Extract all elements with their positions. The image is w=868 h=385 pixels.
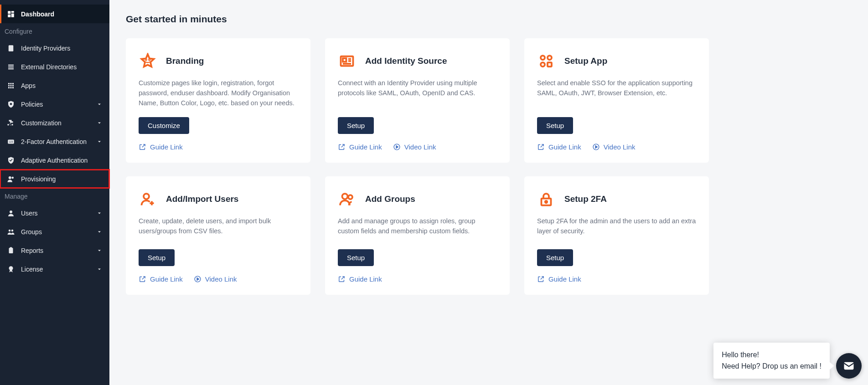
- sidebar-item-identity-providers[interactable]: Identity Providers: [0, 39, 109, 57]
- setup-button[interactable]: Setup: [537, 249, 573, 266]
- dashboard-icon: [6, 10, 16, 19]
- sidebar-item-groups[interactable]: Groups: [0, 222, 109, 241]
- users-icon: [338, 190, 356, 208]
- setup-button[interactable]: Setup: [537, 117, 573, 134]
- sidebar-label: Users: [21, 210, 38, 217]
- star-icon: [139, 52, 157, 70]
- gear-shield-icon: [6, 100, 16, 109]
- clipboard-icon: [6, 246, 16, 255]
- user-icon: [6, 209, 16, 218]
- external-link-icon: [139, 143, 146, 151]
- svg-point-46: [342, 194, 348, 199]
- svg-rect-9: [8, 83, 10, 84]
- sidebar-label: Dashboard: [21, 10, 54, 18]
- svg-point-18: [10, 103, 12, 105]
- svg-rect-11: [12, 83, 14, 84]
- chevron-down-icon: [97, 247, 103, 254]
- card-desc: Connect with an Identity Provider using …: [338, 78, 497, 98]
- sidebar-item-policies[interactable]: Policies: [0, 95, 109, 113]
- sidebar-item-external-directories[interactable]: External Directories: [0, 57, 109, 76]
- sidebar-item-reports[interactable]: Reports: [0, 241, 109, 260]
- svg-point-21: [9, 176, 11, 179]
- external-link-icon: [338, 275, 346, 283]
- sidebar-label: Customization: [21, 119, 62, 127]
- external-link-icon: [537, 275, 545, 283]
- svg-rect-12: [8, 85, 10, 86]
- guide-link[interactable]: Guide Link: [139, 275, 183, 283]
- apps-icon: [537, 52, 555, 70]
- card-branding: Branding Customize pages like login, reg…: [126, 38, 310, 163]
- video-link[interactable]: Video Link: [592, 143, 636, 151]
- card-desc: Setup 2FA for the admin and the users to…: [537, 216, 696, 236]
- sidebar-label: Groups: [21, 228, 42, 236]
- sidebar-label: License: [21, 266, 43, 273]
- sidebar-item-users[interactable]: Users: [0, 204, 109, 222]
- sidebar-section-configure: Configure: [0, 23, 109, 39]
- chat-line2: Need Help? Drop us an email !: [722, 360, 822, 372]
- grid-icon: [6, 81, 16, 90]
- chat-line1: Hello there!: [722, 349, 822, 361]
- video-link[interactable]: Video Link: [194, 275, 237, 283]
- video-link[interactable]: Video Link: [393, 143, 436, 151]
- customize-button[interactable]: Customize: [139, 117, 189, 134]
- page-title: Get started in minutes: [126, 14, 852, 25]
- sidebar-item-customization[interactable]: Customization: [0, 113, 109, 132]
- card-setup-2fa: Setup 2FA Setup 2FA for the admin and th…: [524, 176, 709, 295]
- svg-point-49: [545, 201, 548, 203]
- sidebar-label: Adaptive Authentication: [21, 157, 88, 164]
- sidebar-item-dashboard[interactable]: Dashboard: [0, 5, 109, 23]
- sidebar-item-adaptive-auth[interactable]: Adaptive Authentication: [0, 151, 109, 169]
- user-plus-icon: [139, 190, 157, 208]
- card-identity-source: Add Identity Source Connect with an Iden…: [325, 38, 510, 163]
- sidebar-item-provisioning[interactable]: Provisioning: [0, 169, 109, 188]
- svg-point-47: [348, 195, 352, 199]
- guide-link[interactable]: Guide Link: [338, 143, 382, 151]
- chevron-down-icon: [97, 266, 103, 272]
- svg-rect-1: [11, 11, 14, 13]
- sidebar: Dashboard Configure Identity Providers E…: [0, 0, 109, 385]
- svg-text:123: 123: [9, 140, 13, 143]
- card-desc: Create, update, delete users, and import…: [139, 216, 298, 236]
- card-title: Add/Import Users: [166, 194, 238, 204]
- sidebar-label: Apps: [21, 82, 36, 89]
- svg-point-24: [9, 229, 11, 231]
- card-title: Branding: [166, 56, 204, 66]
- guide-link[interactable]: Guide Link: [537, 143, 581, 151]
- setup-button[interactable]: Setup: [139, 249, 175, 266]
- card-title: Add Groups: [365, 194, 415, 204]
- sidebar-item-apps[interactable]: Apps: [0, 76, 109, 95]
- svg-rect-3: [8, 14, 10, 17]
- guide-link[interactable]: Guide Link: [338, 275, 382, 283]
- svg-point-30: [149, 59, 150, 60]
- sidebar-section-manage: Manage: [0, 188, 109, 204]
- svg-rect-7: [8, 66, 14, 67]
- guide-link[interactable]: Guide Link: [139, 143, 183, 151]
- card-title: Add Identity Source: [365, 56, 447, 66]
- puzzle-icon: [6, 118, 16, 128]
- chevron-down-icon: [97, 229, 103, 235]
- play-circle-icon: [592, 143, 600, 151]
- sidebar-item-license[interactable]: License: [0, 260, 109, 278]
- sidebar-item-2fa[interactable]: 123 2-Factor Authentication: [0, 132, 109, 151]
- svg-point-28: [9, 266, 13, 270]
- svg-point-38: [548, 56, 552, 60]
- code-box-icon: 123: [6, 137, 16, 146]
- svg-rect-15: [8, 87, 10, 88]
- svg-point-25: [11, 229, 14, 231]
- chevron-down-icon: [97, 210, 103, 216]
- list-icon: [6, 62, 16, 72]
- svg-rect-32: [343, 58, 346, 62]
- chevron-down-icon: [97, 101, 103, 108]
- external-link-icon: [338, 143, 346, 151]
- setup-button[interactable]: Setup: [338, 249, 374, 266]
- svg-point-29: [146, 59, 147, 60]
- setup-button[interactable]: Setup: [338, 117, 374, 134]
- sidebar-label: Policies: [21, 101, 43, 108]
- chat-button[interactable]: [836, 353, 862, 379]
- svg-point-37: [541, 56, 545, 60]
- card-title: Setup 2FA: [564, 194, 607, 204]
- guide-link[interactable]: Guide Link: [537, 275, 581, 283]
- svg-rect-14: [12, 85, 14, 86]
- svg-rect-40: [548, 62, 552, 67]
- svg-rect-2: [11, 13, 14, 17]
